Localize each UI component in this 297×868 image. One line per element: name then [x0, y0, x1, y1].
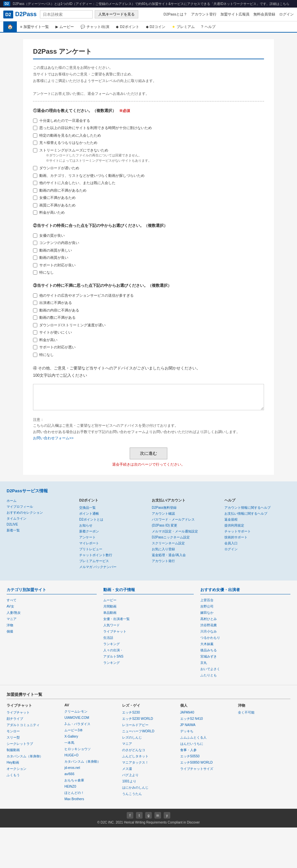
category-link[interactable]: 後品みちる — [200, 648, 217, 652]
footer-link[interactable]: お知らせ — [79, 524, 92, 527]
partner-link[interactable]: エッチS0550 — [180, 754, 200, 758]
partner-link[interactable]: 一本馬 — [64, 741, 74, 745]
q1-checkbox-8[interactable] — [33, 188, 37, 193]
partner-link[interactable]: シークレットラブ — [7, 742, 33, 745]
header-nav-d2pass[interactable]: D2Passとは？ — [163, 12, 187, 17]
category-link[interactable]: ふたりとも — [200, 673, 217, 677]
footer-link[interactable]: お気に入り登録 — [152, 547, 175, 551]
category-link[interactable]: 渋谷野花農 — [200, 623, 217, 627]
footer-link[interactable]: パスワード・メールアドレス — [152, 518, 195, 521]
header-nav-member[interactable]: 加盟サイト広報員 — [220, 12, 249, 17]
q2-checkbox-5[interactable] — [33, 270, 37, 275]
nav-home[interactable]: 🏠 — [3, 22, 17, 32]
youtube-icon[interactable]: y — [164, 812, 170, 818]
q2-checkbox-1[interactable] — [33, 241, 37, 245]
category-link[interactable]: アダルトSNS — [103, 655, 124, 658]
partner-link[interactable]: カタパンスム（単身御） — [7, 754, 43, 758]
category-link[interactable]: すべて — [7, 598, 17, 602]
q2-checkbox-0[interactable] — [33, 234, 37, 238]
partner-link[interactable]: 食事・人参 — [180, 748, 197, 752]
footer-link[interactable]: 提供利用規定 — [224, 524, 244, 527]
footer-link[interactable]: お支払い情報に関するヘルプ — [224, 512, 267, 515]
category-link[interactable]: 女優・出演者一覧 — [103, 617, 130, 621]
category-link[interactable]: 京丸 — [200, 661, 207, 664]
partner-link[interactable]: UIAMOVIE.COM — [64, 716, 89, 719]
footer-link[interactable]: 会員入口 — [224, 541, 238, 545]
twitter-icon[interactable]: t — [136, 812, 142, 818]
partner-link[interactable]: デッキち — [180, 730, 193, 733]
partner-link[interactable]: 制服動画 — [7, 748, 20, 752]
partner-link[interactable]: JAPAN40 — [180, 711, 194, 714]
category-link[interactable]: ムービー — [103, 598, 116, 602]
footer-link[interactable]: 技術的サポート — [224, 535, 247, 539]
linkedin-icon[interactable]: in — [155, 812, 161, 818]
partner-link[interactable]: HEINZ0 — [64, 785, 76, 788]
category-link[interactable]: 川月小なみ — [200, 629, 217, 633]
partner-link[interactable]: ふムふムとくる人 — [180, 736, 207, 739]
q1-checkbox-6[interactable] — [33, 174, 37, 178]
google-icon[interactable]: g — [145, 812, 152, 818]
category-link[interactable]: 嫁田なか — [200, 611, 214, 615]
partner-link[interactable]: ふんどしタネット — [122, 754, 148, 758]
footer-link[interactable]: D2Pass無料登録 — [152, 506, 177, 509]
q1-checkbox-11[interactable] — [33, 210, 37, 215]
footer-link[interactable]: プレミアムサービス — [79, 559, 109, 563]
category-link[interactable]: おいでよさく — [200, 667, 220, 671]
footer-link[interactable]: ポイント通帳 — [79, 512, 99, 515]
q3-checkbox-6[interactable] — [33, 338, 37, 342]
partner-link[interactable]: X-Gallery — [64, 735, 78, 738]
partner-link[interactable]: ムービー3本 — [64, 728, 83, 732]
partner-link[interactable]: スリー型 — [7, 736, 20, 739]
category-link[interactable]: 人妻/熟女 — [7, 611, 21, 615]
q1-checkbox-1[interactable] — [33, 126, 37, 130]
category-link[interactable]: ライブチャット — [103, 629, 126, 633]
partner-link[interactable]: J-ム・パラダイス — [64, 722, 90, 726]
category-link[interactable]: 洋物 — [7, 623, 13, 627]
category-link[interactable]: 上菅百合 — [200, 598, 214, 602]
footer-link[interactable]: D2Passニックネーム設定 — [152, 535, 190, 539]
footer-link[interactable]: スクリーンネーム設定 — [152, 541, 185, 545]
category-link[interactable]: 宮城みずき — [200, 655, 217, 658]
category-link[interactable]: 高村ひとみ — [200, 617, 217, 621]
partner-link[interactable]: レズのしんじ — [122, 736, 142, 739]
partner-link[interactable]: ライブチャットサイズ — [180, 767, 213, 771]
footer-link[interactable]: おすすめのセレクション — [7, 511, 43, 514]
partner-link[interactable]: ヒロッキショウソ — [64, 747, 91, 751]
q1-checkbox-7[interactable] — [33, 181, 37, 185]
q1-checkbox-3[interactable] — [33, 141, 37, 145]
q3-checkbox-1[interactable] — [33, 301, 37, 305]
footer-link[interactable]: 新着一覧 — [7, 528, 20, 532]
q1-checkbox-10[interactable] — [33, 203, 37, 208]
nav-item-movie[interactable]: ▶ ムービー — [52, 22, 77, 32]
q3-checkbox-5[interactable] — [33, 330, 37, 335]
nav-item-help[interactable]: ? ヘルプ — [198, 22, 219, 32]
footer-link[interactable]: メルマガ設定・メール通知設定 — [152, 529, 198, 533]
footer-link[interactable]: D2LIVE — [7, 523, 18, 526]
partner-link[interactable]: のさがどんなコ — [122, 748, 145, 752]
category-link[interactable]: 人々の出演・ — [103, 648, 123, 652]
search-input[interactable] — [40, 10, 93, 19]
partner-link[interactable]: ふくもう — [7, 773, 20, 777]
partner-link[interactable]: 全く不可能 — [238, 711, 254, 714]
footer-link[interactable]: チャットサポート — [224, 529, 251, 533]
partner-link[interactable]: ライブチャット — [7, 711, 30, 714]
footer-link[interactable]: チャットポイント数行 — [79, 553, 112, 557]
partner-link[interactable]: レコールドアビー — [122, 723, 148, 727]
footer-link[interactable]: マイプロフィール — [7, 505, 33, 508]
partner-link[interactable]: メス湯 — [122, 767, 132, 771]
q3-checkbox-7[interactable] — [33, 345, 37, 349]
category-link[interactable]: AV女 — [7, 604, 14, 608]
category-link[interactable]: ランキング — [103, 661, 120, 664]
nav-item-coins[interactable]: ◆ D2コイン — [142, 22, 169, 32]
partner-link[interactable]: 1001より — [122, 779, 136, 783]
partner-link[interactable]: クリームレモン — [64, 710, 87, 713]
partner-link[interactable]: エッチS0850 WORLD — [180, 761, 213, 764]
submit-button[interactable]: 次に進む — [130, 447, 167, 459]
partner-link[interactable]: バグ上より — [122, 773, 139, 777]
partner-link[interactable]: マニア — [122, 742, 132, 745]
q1-checkbox-9[interactable] — [33, 195, 37, 200]
q1-checkbox-2[interactable] — [33, 133, 37, 137]
footer-link[interactable]: アカウント確認 — [152, 512, 175, 515]
partner-link[interactable]: JP NAIWA — [180, 723, 196, 727]
facebook-icon[interactable]: f — [127, 812, 133, 818]
